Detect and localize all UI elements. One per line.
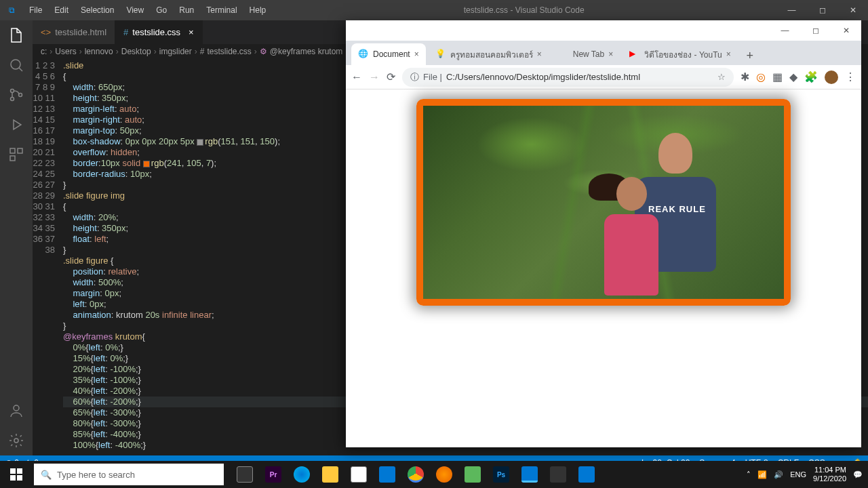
menu-icon[interactable]: ⋮ xyxy=(845,70,856,83)
favicon xyxy=(558,49,569,60)
app-photos[interactable] xyxy=(572,461,601,488)
tab-label: ครูทอมสอนคอมพิวเตอร์ xyxy=(450,48,533,61)
tray-chevron-icon[interactable]: ˄ xyxy=(747,470,751,479)
clock-date: 9/12/2020 xyxy=(813,474,846,483)
extensions-icon[interactable]: 🧩 xyxy=(804,70,818,83)
maximize-button[interactable]: ◻ xyxy=(807,0,837,20)
extensions-icon[interactable] xyxy=(8,146,24,163)
source-control-icon[interactable] xyxy=(8,87,24,103)
menu-terminal[interactable]: Terminal xyxy=(201,3,242,18)
svg-point-0 xyxy=(11,60,20,69)
ext-icon[interactable]: ◎ xyxy=(756,70,766,83)
menu-bar: File Edit Selection View Go Run Terminal… xyxy=(24,3,271,18)
menu-view[interactable]: View xyxy=(121,3,149,18)
search-icon: 🔍 xyxy=(41,470,52,480)
back-button[interactable]: ← xyxy=(351,71,362,83)
app-mail[interactable] xyxy=(373,461,401,488)
explorer-icon[interactable] xyxy=(8,27,24,43)
taskbar-search[interactable]: 🔍Type here to search xyxy=(34,464,224,485)
activity-bar xyxy=(0,20,33,455)
tab-label: New Tab xyxy=(573,49,604,59)
start-button[interactable] xyxy=(0,461,33,488)
tray-notifications-icon[interactable]: 💬 xyxy=(853,470,863,479)
css-file-icon: # xyxy=(123,27,128,37)
menu-selection[interactable]: Selection xyxy=(75,3,119,18)
profile-avatar[interactable] xyxy=(825,70,838,84)
tab-close-icon[interactable]: × xyxy=(608,49,613,59)
ext-icon[interactable]: ▦ xyxy=(772,70,783,83)
menu-go[interactable]: Go xyxy=(151,3,172,18)
menu-edit[interactable]: Edit xyxy=(49,3,74,18)
ext-icon[interactable]: ✱ xyxy=(741,70,749,83)
app-firefox[interactable] xyxy=(430,461,458,488)
address-bar-row: ← → ⟳ ⓘ File | C:/Users/lennovo/Desktop/… xyxy=(346,65,861,89)
favicon: 💡 xyxy=(435,49,446,60)
svg-rect-10 xyxy=(17,468,22,474)
browser-tab-document[interactable]: 🌐Document× xyxy=(351,43,426,65)
svg-rect-5 xyxy=(18,148,22,153)
app-vscode[interactable] xyxy=(515,461,544,488)
app-camtasia[interactable] xyxy=(458,461,487,488)
slide-figure-girl xyxy=(594,177,669,299)
app-chrome[interactable] xyxy=(401,461,430,488)
browser-close-button[interactable]: ✕ xyxy=(831,26,861,35)
browser-minimize-button[interactable]: — xyxy=(770,26,800,35)
chrome-window: — ◻ ✕ 🌐Document× 💡ครูทอมสอนคอมพิวเตอร์× … xyxy=(346,20,861,447)
app-taskview[interactable] xyxy=(231,461,259,488)
browser-tab-3[interactable]: New Tab× xyxy=(551,43,620,65)
tab-label: Document xyxy=(373,49,410,59)
tab-close-icon[interactable]: × xyxy=(537,49,542,59)
window-title: testslide.css - Visual Studio Code xyxy=(271,5,776,15)
browser-tab-2[interactable]: 💡ครูทอมสอนคอมพิวเตอร์× xyxy=(429,43,549,65)
vscode-titlebar: ⧉ File Edit Selection View Go Run Termin… xyxy=(0,0,868,20)
taskbar-clock[interactable]: 11:04 PM 9/12/2020 xyxy=(813,466,846,483)
clock-time: 11:04 PM xyxy=(813,466,846,474)
tab-label: วิดีโอของช่อง - YouTu xyxy=(644,48,722,61)
forward-button[interactable]: → xyxy=(369,71,380,83)
tab-close-icon[interactable]: × xyxy=(189,27,194,37)
app-premiere[interactable]: Pr xyxy=(259,461,288,488)
app-edge[interactable] xyxy=(288,461,316,488)
url-prefix: File | xyxy=(423,72,442,82)
app-photoshop[interactable]: Ps xyxy=(487,461,515,488)
menu-run[interactable]: Run xyxy=(174,3,199,18)
app-explorer[interactable] xyxy=(316,461,344,488)
tray-language[interactable]: ENG xyxy=(790,470,806,479)
vscode-logo-icon: ⧉ xyxy=(0,5,24,15)
app-paint[interactable] xyxy=(544,461,572,488)
extensions-area: ✱ ◎ ▦ ◆ 🧩 ⋮ xyxy=(741,70,856,84)
address-bar[interactable]: ⓘ File | C:/Users/lennovo/Desktop/imgsli… xyxy=(402,68,734,87)
youtube-icon: ▶ xyxy=(629,49,640,60)
app-store[interactable] xyxy=(344,461,373,488)
tab-close-icon[interactable]: × xyxy=(726,49,731,59)
info-icon[interactable]: ⓘ xyxy=(410,71,419,83)
debug-icon[interactable] xyxy=(8,117,24,133)
svg-point-8 xyxy=(14,439,18,443)
svg-rect-9 xyxy=(10,468,16,474)
browser-tabs: 🌐Document× 💡ครูทอมสอนคอมพิวเตอร์× New Ta… xyxy=(346,41,861,65)
search-icon[interactable] xyxy=(8,57,24,73)
svg-point-2 xyxy=(11,98,14,101)
reload-button[interactable]: ⟳ xyxy=(387,70,395,83)
image-slider xyxy=(416,99,791,306)
page-content xyxy=(346,89,861,447)
tab-html[interactable]: <>testslide.html xyxy=(33,20,115,44)
browser-tab-4[interactable]: ▶วิดีโอของช่อง - YouTu× xyxy=(623,43,738,65)
tab-close-icon[interactable]: × xyxy=(414,49,419,59)
star-icon[interactable]: ☆ xyxy=(717,72,726,82)
browser-maximize-button[interactable]: ◻ xyxy=(800,26,831,35)
menu-help[interactable]: Help xyxy=(244,3,272,18)
settings-icon[interactable] xyxy=(8,432,24,449)
svg-rect-4 xyxy=(10,148,15,153)
ext-icon[interactable]: ◆ xyxy=(789,70,797,83)
close-button[interactable]: ✕ xyxy=(837,0,868,20)
tray-volume-icon[interactable]: 🔊 xyxy=(774,470,783,479)
svg-point-7 xyxy=(14,405,19,411)
new-tab-button[interactable]: + xyxy=(741,46,760,65)
account-icon[interactable] xyxy=(8,403,24,419)
tab-css[interactable]: #testslide.css× xyxy=(115,20,203,44)
tray-network-icon[interactable]: 📶 xyxy=(757,470,767,479)
menu-file[interactable]: File xyxy=(24,3,47,18)
svg-point-1 xyxy=(11,89,14,93)
minimize-button[interactable]: — xyxy=(776,0,807,20)
